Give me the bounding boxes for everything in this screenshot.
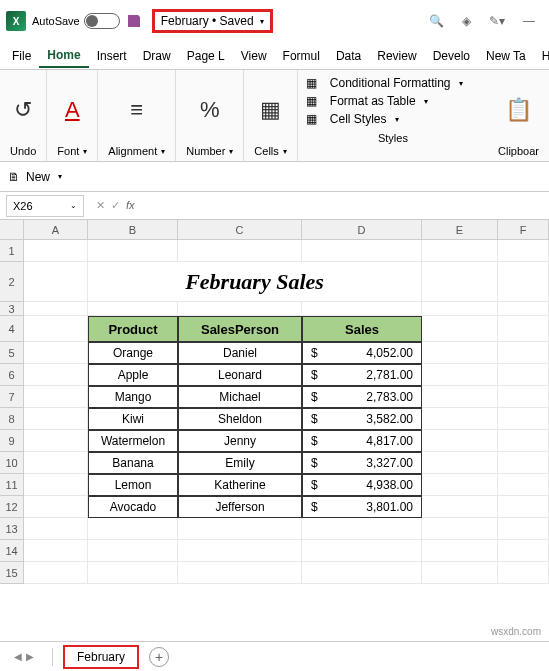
- cell-styles-button[interactable]: ▦Cell Styles▾: [306, 110, 480, 128]
- menu-data[interactable]: Data: [328, 45, 369, 67]
- cell-product[interactable]: Banana: [88, 452, 178, 474]
- tab-nav-arrows[interactable]: ◀▶: [6, 651, 42, 662]
- cell-salesperson[interactable]: Jefferson: [178, 496, 302, 518]
- cell[interactable]: [422, 518, 498, 540]
- cell[interactable]: [24, 342, 88, 364]
- alignment-icon[interactable]: ≡: [130, 97, 143, 123]
- row-header[interactable]: 2: [0, 262, 24, 302]
- cell[interactable]: [498, 240, 549, 262]
- table-header-salesperson[interactable]: SalesPerson: [178, 316, 302, 342]
- table-header-sales[interactable]: Sales: [302, 316, 422, 342]
- row-header[interactable]: 13: [0, 518, 24, 540]
- menu-draw[interactable]: Draw: [135, 45, 179, 67]
- menu-file[interactable]: File: [4, 45, 39, 67]
- menu-newta[interactable]: New Ta: [478, 45, 534, 67]
- cell-salesperson[interactable]: Daniel: [178, 342, 302, 364]
- cell[interactable]: [302, 240, 422, 262]
- cell-product[interactable]: Avocado: [88, 496, 178, 518]
- cell-sales[interactable]: $2,781.00: [302, 364, 422, 386]
- cell[interactable]: [24, 540, 88, 562]
- cell[interactable]: [498, 342, 549, 364]
- cell[interactable]: [24, 302, 88, 316]
- menu-home[interactable]: Home: [39, 44, 88, 68]
- table-header-product[interactable]: Product: [88, 316, 178, 342]
- cell[interactable]: [498, 452, 549, 474]
- autosave-toggle[interactable]: [84, 13, 120, 29]
- row-header[interactable]: 8: [0, 408, 24, 430]
- cell[interactable]: [422, 452, 498, 474]
- cell-product[interactable]: Kiwi: [88, 408, 178, 430]
- cell[interactable]: [178, 240, 302, 262]
- menu-help[interactable]: Help: [534, 45, 549, 67]
- col-header-D[interactable]: D: [302, 220, 422, 239]
- cell[interactable]: [88, 540, 178, 562]
- menu-insert[interactable]: Insert: [89, 45, 135, 67]
- cell-sales[interactable]: $2,783.00: [302, 386, 422, 408]
- minimize-icon[interactable]: —: [523, 14, 535, 28]
- search-icon[interactable]: 🔍: [429, 14, 444, 28]
- cell-salesperson[interactable]: Katherine: [178, 474, 302, 496]
- row-header[interactable]: 15: [0, 562, 24, 584]
- row-header[interactable]: 3: [0, 302, 24, 316]
- cell[interactable]: [422, 342, 498, 364]
- row-header[interactable]: 11: [0, 474, 24, 496]
- row-header[interactable]: 10: [0, 452, 24, 474]
- cell[interactable]: [178, 540, 302, 562]
- cell[interactable]: [498, 316, 549, 342]
- cell[interactable]: [24, 430, 88, 452]
- cell-sales[interactable]: $3,582.00: [302, 408, 422, 430]
- cell-salesperson[interactable]: Sheldon: [178, 408, 302, 430]
- cell[interactable]: [178, 518, 302, 540]
- col-header-B[interactable]: B: [88, 220, 178, 239]
- font-icon[interactable]: A: [65, 97, 80, 123]
- quick-access-icon[interactable]: ✎▾: [489, 14, 505, 28]
- cell[interactable]: [422, 364, 498, 386]
- cell[interactable]: [178, 302, 302, 316]
- cell[interactable]: [24, 452, 88, 474]
- conditional-formatting-button[interactable]: ▦Conditional Formatting▾: [306, 74, 480, 92]
- col-header-E[interactable]: E: [422, 220, 498, 239]
- cell-product[interactable]: Mango: [88, 386, 178, 408]
- cell[interactable]: [422, 496, 498, 518]
- cell[interactable]: [24, 518, 88, 540]
- cell[interactable]: [302, 302, 422, 316]
- row-header[interactable]: 4: [0, 316, 24, 342]
- cell[interactable]: [498, 496, 549, 518]
- format-as-table-button[interactable]: ▦Format as Table▾: [306, 92, 480, 110]
- menu-formul[interactable]: Formul: [275, 45, 328, 67]
- cell-product[interactable]: Watermelon: [88, 430, 178, 452]
- new-sheet-icon[interactable]: 🗎: [8, 170, 20, 184]
- cell-salesperson[interactable]: Michael: [178, 386, 302, 408]
- cell[interactable]: [88, 240, 178, 262]
- number-icon[interactable]: %: [200, 97, 220, 123]
- cell[interactable]: [498, 562, 549, 584]
- row-header[interactable]: 1: [0, 240, 24, 262]
- cell-product[interactable]: Lemon: [88, 474, 178, 496]
- cell[interactable]: [498, 408, 549, 430]
- cell[interactable]: [24, 364, 88, 386]
- menu-view[interactable]: View: [233, 45, 275, 67]
- row-header[interactable]: 6: [0, 364, 24, 386]
- row-header[interactable]: 12: [0, 496, 24, 518]
- cell[interactable]: [498, 540, 549, 562]
- cell[interactable]: [498, 474, 549, 496]
- row-header[interactable]: 7: [0, 386, 24, 408]
- cell[interactable]: [498, 302, 549, 316]
- cell[interactable]: [24, 496, 88, 518]
- cell[interactable]: [24, 240, 88, 262]
- save-icon[interactable]: [126, 13, 142, 29]
- col-header-F[interactable]: F: [498, 220, 549, 239]
- cell-sales[interactable]: $3,327.00: [302, 452, 422, 474]
- cell[interactable]: [24, 386, 88, 408]
- cell[interactable]: [422, 240, 498, 262]
- clipboard-icon[interactable]: 📋: [505, 97, 532, 123]
- new-label[interactable]: New: [26, 170, 50, 184]
- diamond-icon[interactable]: ◈: [462, 14, 471, 28]
- cell[interactable]: [302, 540, 422, 562]
- cell-sales[interactable]: $4,938.00: [302, 474, 422, 496]
- cell[interactable]: [422, 540, 498, 562]
- cell[interactable]: [88, 302, 178, 316]
- name-box[interactable]: X26 ⌄: [6, 195, 84, 217]
- cell-sales[interactable]: $4,817.00: [302, 430, 422, 452]
- fx-icon[interactable]: fx: [126, 199, 135, 212]
